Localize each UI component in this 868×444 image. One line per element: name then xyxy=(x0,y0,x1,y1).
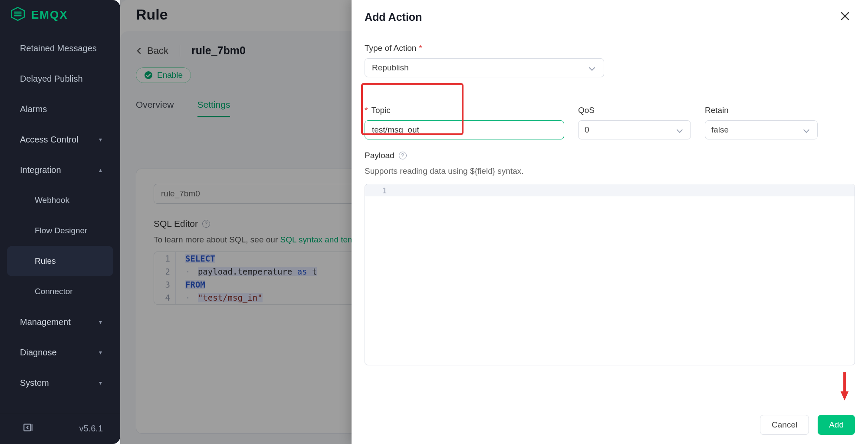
svg-point-6 xyxy=(145,71,152,79)
emqx-logo-icon xyxy=(10,7,25,23)
sidebar-item-retained[interactable]: Retained Messages xyxy=(0,33,120,63)
drawer-header: Add Action xyxy=(352,0,868,23)
sidebar-sub-integration: Webhook Flow Designer Rules Connector xyxy=(0,185,120,307)
code-text: t xyxy=(307,267,317,276)
add-button[interactable]: Add xyxy=(818,415,855,435)
chevron-up-icon: ▴ xyxy=(99,166,102,173)
help-icon[interactable]: ? xyxy=(399,152,407,159)
enable-label: Enable xyxy=(157,70,183,80)
chevron-down-icon xyxy=(803,127,809,133)
chevron-down-icon: ▾ xyxy=(99,379,102,386)
select-value: false xyxy=(711,125,729,135)
text: Topic xyxy=(371,106,390,115)
type-of-action-select[interactable]: Republish xyxy=(365,58,604,77)
rule-id-title: rule_7bm0 xyxy=(191,44,246,57)
tab-overview[interactable]: Overview xyxy=(136,99,174,117)
drawer-title: Add Action xyxy=(365,11,422,23)
sql-editor-label: SQL Editor xyxy=(154,219,198,229)
chevron-down-icon xyxy=(677,127,683,133)
sidebar-group-access-control[interactable]: Access Control▾ xyxy=(0,124,120,155)
topic-input[interactable] xyxy=(365,120,564,139)
brand-logo[interactable]: EMQX xyxy=(0,0,120,30)
drawer-body: Type of Action* Republish *Topic QoS 0 R… xyxy=(352,23,868,406)
required-star: * xyxy=(419,43,422,53)
type-of-action-label: Type of Action* xyxy=(365,43,855,53)
sidebar-group-system[interactable]: System▾ xyxy=(0,368,120,398)
chevron-down-icon: ▾ xyxy=(99,318,102,325)
gutter: 2 xyxy=(154,265,176,278)
code-string: "test/msg_in" xyxy=(198,293,263,302)
label: Rules xyxy=(35,256,56,266)
payload-label-row: Payload ? xyxy=(365,151,855,160)
retain-select[interactable]: false xyxy=(705,120,818,139)
sidebar-item-delayed[interactable]: Delayed Publish xyxy=(0,63,120,94)
code-keyword: FROM xyxy=(185,280,205,289)
label: Alarms xyxy=(20,104,47,114)
label: Retained Messages xyxy=(20,43,97,53)
sidebar-item-rules[interactable]: Rules xyxy=(7,246,113,276)
gutter: 3 xyxy=(154,278,176,291)
indent: · xyxy=(185,293,198,302)
divider xyxy=(365,95,855,95)
chevron-down-icon: ▾ xyxy=(99,136,102,143)
required-star: * xyxy=(365,106,368,115)
sidebar-item-flow-designer[interactable]: Flow Designer xyxy=(0,215,120,246)
topic-field: *Topic xyxy=(365,106,564,139)
payload-label: Payload xyxy=(365,151,395,160)
sidebar-item-webhook[interactable]: Webhook xyxy=(0,185,120,215)
check-circle-icon xyxy=(144,71,153,80)
label: Delayed Publish xyxy=(20,74,83,84)
close-button[interactable] xyxy=(839,10,851,23)
code-keyword: as xyxy=(297,267,307,276)
label: Access Control xyxy=(20,135,79,145)
page-title: Rule xyxy=(136,6,168,23)
label: Integration xyxy=(20,165,61,175)
label: Webhook xyxy=(35,195,69,205)
sidebar-group-management[interactable]: Management▾ xyxy=(0,307,120,337)
text: To learn more about SQL, see our xyxy=(154,235,280,244)
select-value: Republish xyxy=(372,63,409,73)
qos-label: QoS xyxy=(578,106,691,115)
chevron-down-icon: ▾ xyxy=(99,349,102,356)
help-icon[interactable]: ? xyxy=(202,220,210,228)
chevron-left-icon xyxy=(136,47,143,54)
retain-field: Retain false xyxy=(705,106,818,139)
close-icon xyxy=(839,10,851,22)
sidebar: EMQX Retained Messages Delayed Publish A… xyxy=(0,0,120,444)
chevron-down-icon xyxy=(589,65,595,71)
enable-toggle[interactable]: Enable xyxy=(136,67,191,83)
indent: · xyxy=(185,267,198,276)
sidebar-group-integration[interactable]: Integration▴ xyxy=(0,155,120,185)
action-fields-row: *Topic QoS 0 Retain false xyxy=(365,106,855,139)
label: Management xyxy=(20,317,71,327)
select-value: 0 xyxy=(585,125,589,135)
back-button[interactable]: Back xyxy=(136,45,168,56)
back-label: Back xyxy=(147,45,168,56)
cancel-button[interactable]: Cancel xyxy=(760,415,809,435)
sidebar-nav: Retained Messages Delayed Publish Alarms… xyxy=(0,30,120,413)
retain-label: Retain xyxy=(705,106,818,115)
gutter: 1 xyxy=(154,252,176,265)
payload-help-text: Supports reading data using ${field} syn… xyxy=(365,166,855,176)
sidebar-group-diagnose[interactable]: Diagnose▾ xyxy=(0,337,120,368)
payload-editor[interactable]: 1 xyxy=(365,184,855,365)
sidebar-item-connector[interactable]: Connector xyxy=(0,276,120,307)
gutter: 1 xyxy=(365,186,404,195)
gutter: 4 xyxy=(154,291,176,304)
sidebar-item-alarms[interactable]: Alarms xyxy=(0,94,120,124)
topic-label: *Topic xyxy=(365,106,564,115)
qos-field: QoS 0 xyxy=(578,106,691,139)
label: System xyxy=(20,378,49,388)
label: Connector xyxy=(35,287,73,296)
tab-settings[interactable]: Settings xyxy=(197,99,230,117)
collapse-sidebar-icon[interactable] xyxy=(23,422,34,435)
code-text: payload.temperature xyxy=(198,267,297,276)
qos-select[interactable]: 0 xyxy=(578,120,691,139)
text: Type of Action xyxy=(365,43,416,53)
version-label: v5.6.1 xyxy=(79,424,103,434)
editor-line: 1 xyxy=(365,184,855,196)
label: Flow Designer xyxy=(35,226,87,235)
brand-name: EMQX xyxy=(31,8,68,22)
label: Diagnose xyxy=(20,348,57,358)
drawer-footer: Cancel Add xyxy=(352,406,868,444)
